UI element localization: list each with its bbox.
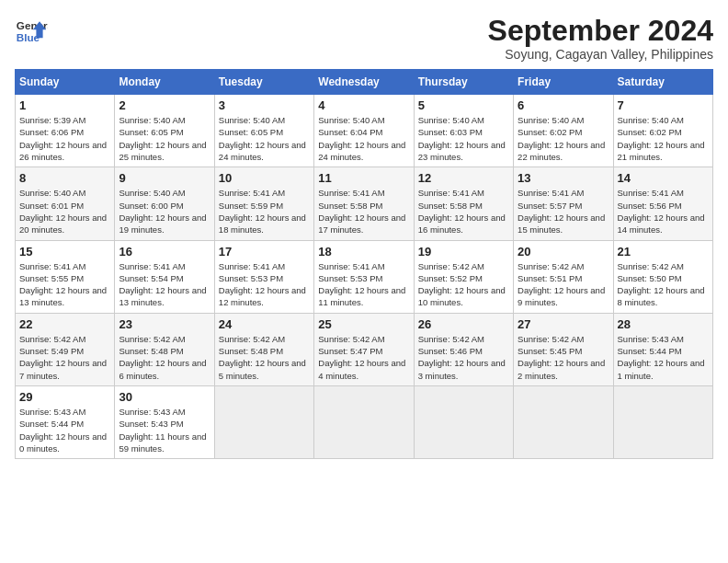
header-tuesday: Tuesday	[214, 70, 313, 95]
day-number: 17	[219, 245, 310, 259]
day-info: Sunrise: 5:41 AMSunset: 5:53 PMDaylight:…	[318, 260, 409, 309]
calendar-table: SundayMondayTuesdayWednesdayThursdayFrid…	[15, 69, 713, 459]
calendar-cell: 18 Sunrise: 5:41 AMSunset: 5:53 PMDaylig…	[314, 240, 414, 313]
logo-icon: General Blue	[15, 15, 48, 48]
day-info: Sunrise: 5:41 AMSunset: 5:54 PMDaylight:…	[119, 260, 210, 309]
day-info: Sunrise: 5:40 AMSunset: 6:03 PMDaylight:…	[418, 114, 509, 163]
calendar-cell: 26 Sunrise: 5:42 AMSunset: 5:46 PMDaylig…	[414, 313, 513, 385]
calendar-cell: 12 Sunrise: 5:41 AMSunset: 5:58 PMDaylig…	[414, 167, 513, 240]
day-info: Sunrise: 5:41 AMSunset: 5:57 PMDaylight:…	[518, 187, 609, 236]
calendar-cell: 7 Sunrise: 5:40 AMSunset: 6:02 PMDayligh…	[613, 95, 712, 167]
day-number: 11	[318, 171, 409, 185]
day-info: Sunrise: 5:40 AMSunset: 6:00 PMDaylight:…	[119, 187, 210, 236]
header-sunday: Sunday	[16, 70, 115, 95]
day-number: 25	[318, 317, 409, 331]
calendar-cell: 6 Sunrise: 5:40 AMSunset: 6:02 PMDayligh…	[514, 95, 613, 167]
svg-text:General: General	[17, 19, 48, 31]
calendar-cell	[613, 385, 712, 458]
day-info: Sunrise: 5:41 AMSunset: 5:59 PMDaylight:…	[219, 187, 310, 236]
calendar-cell: 21 Sunrise: 5:42 AMSunset: 5:50 PMDaylig…	[613, 240, 712, 313]
calendar-cell: 10 Sunrise: 5:41 AMSunset: 5:59 PMDaylig…	[214, 167, 313, 240]
page-header: General Blue September 2024 Soyung, Caga…	[15, 15, 713, 62]
calendar-cell: 24 Sunrise: 5:42 AMSunset: 5:48 PMDaylig…	[214, 313, 313, 385]
calendar-cell	[514, 385, 613, 458]
day-number: 8	[19, 171, 110, 185]
day-number: 12	[418, 171, 509, 185]
calendar-cell: 9 Sunrise: 5:40 AMSunset: 6:00 PMDayligh…	[115, 167, 214, 240]
calendar-week-3: 15 Sunrise: 5:41 AMSunset: 5:55 PMDaylig…	[16, 240, 713, 313]
day-info: Sunrise: 5:40 AMSunset: 6:05 PMDaylight:…	[219, 114, 310, 163]
day-number: 28	[618, 317, 709, 331]
calendar-header-row: SundayMondayTuesdayWednesdayThursdayFrid…	[16, 70, 713, 95]
day-number: 5	[418, 98, 509, 112]
calendar-cell: 22 Sunrise: 5:42 AMSunset: 5:49 PMDaylig…	[16, 313, 115, 385]
day-info: Sunrise: 5:42 AMSunset: 5:50 PMDaylight:…	[618, 260, 709, 309]
calendar-cell: 29 Sunrise: 5:43 AMSunset: 5:44 PMDaylig…	[16, 385, 115, 458]
calendar-cell: 2 Sunrise: 5:40 AMSunset: 6:05 PMDayligh…	[115, 95, 214, 167]
day-info: Sunrise: 5:40 AMSunset: 6:02 PMDaylight:…	[618, 114, 709, 163]
day-info: Sunrise: 5:42 AMSunset: 5:48 PMDaylight:…	[219, 333, 310, 382]
day-info: Sunrise: 5:42 AMSunset: 5:47 PMDaylight:…	[318, 333, 409, 382]
day-info: Sunrise: 5:40 AMSunset: 6:02 PMDaylight:…	[518, 114, 609, 163]
calendar-cell: 17 Sunrise: 5:41 AMSunset: 5:53 PMDaylig…	[214, 240, 313, 313]
day-number: 15	[19, 245, 110, 259]
day-number: 7	[618, 98, 709, 112]
day-number: 22	[19, 317, 110, 331]
header-friday: Friday	[514, 70, 613, 95]
day-number: 24	[219, 317, 310, 331]
calendar-week-2: 8 Sunrise: 5:40 AMSunset: 6:01 PMDayligh…	[16, 167, 713, 240]
calendar-cell: 11 Sunrise: 5:41 AMSunset: 5:58 PMDaylig…	[314, 167, 414, 240]
calendar-cell	[314, 385, 414, 458]
day-info: Sunrise: 5:42 AMSunset: 5:52 PMDaylight:…	[418, 260, 509, 309]
day-number: 10	[219, 171, 310, 185]
calendar-cell: 30 Sunrise: 5:43 AMSunset: 5:43 PMDaylig…	[115, 385, 214, 458]
calendar-week-4: 22 Sunrise: 5:42 AMSunset: 5:49 PMDaylig…	[16, 313, 713, 385]
logo: General Blue	[15, 15, 48, 48]
header-saturday: Saturday	[613, 70, 712, 95]
day-number: 6	[518, 98, 609, 112]
calendar-cell: 5 Sunrise: 5:40 AMSunset: 6:03 PMDayligh…	[414, 95, 513, 167]
day-info: Sunrise: 5:41 AMSunset: 5:55 PMDaylight:…	[19, 260, 110, 309]
day-number: 30	[119, 390, 210, 404]
day-number: 1	[19, 98, 110, 112]
day-info: Sunrise: 5:41 AMSunset: 5:53 PMDaylight:…	[219, 260, 310, 309]
day-number: 4	[318, 98, 409, 112]
calendar-cell: 28 Sunrise: 5:43 AMSunset: 5:44 PMDaylig…	[613, 313, 712, 385]
calendar-cell: 8 Sunrise: 5:40 AMSunset: 6:01 PMDayligh…	[16, 167, 115, 240]
calendar-cell: 3 Sunrise: 5:40 AMSunset: 6:05 PMDayligh…	[214, 95, 313, 167]
header-monday: Monday	[115, 70, 214, 95]
day-info: Sunrise: 5:42 AMSunset: 5:45 PMDaylight:…	[518, 333, 609, 382]
calendar-cell: 20 Sunrise: 5:42 AMSunset: 5:51 PMDaylig…	[514, 240, 613, 313]
day-number: 2	[119, 98, 210, 112]
day-number: 9	[119, 171, 210, 185]
header-thursday: Thursday	[414, 70, 513, 95]
calendar-cell: 19 Sunrise: 5:42 AMSunset: 5:52 PMDaylig…	[414, 240, 513, 313]
day-number: 18	[318, 245, 409, 259]
month-title: September 2024	[488, 15, 713, 47]
day-info: Sunrise: 5:41 AMSunset: 5:58 PMDaylight:…	[318, 187, 409, 236]
day-info: Sunrise: 5:42 AMSunset: 5:49 PMDaylight:…	[19, 333, 110, 382]
day-info: Sunrise: 5:43 AMSunset: 5:44 PMDaylight:…	[19, 406, 110, 454]
calendar-cell: 16 Sunrise: 5:41 AMSunset: 5:54 PMDaylig…	[115, 240, 214, 313]
day-info: Sunrise: 5:40 AMSunset: 6:01 PMDaylight:…	[19, 187, 110, 236]
day-info: Sunrise: 5:41 AMSunset: 5:58 PMDaylight:…	[418, 187, 509, 236]
day-info: Sunrise: 5:43 AMSunset: 5:44 PMDaylight:…	[618, 333, 709, 382]
day-number: 20	[518, 245, 609, 259]
day-number: 19	[418, 245, 509, 259]
calendar-cell: 4 Sunrise: 5:40 AMSunset: 6:04 PMDayligh…	[314, 95, 414, 167]
day-info: Sunrise: 5:42 AMSunset: 5:51 PMDaylight:…	[518, 260, 609, 309]
day-number: 29	[19, 390, 110, 404]
calendar-week-5: 29 Sunrise: 5:43 AMSunset: 5:44 PMDaylig…	[16, 385, 713, 458]
day-info: Sunrise: 5:40 AMSunset: 6:05 PMDaylight:…	[119, 114, 210, 163]
calendar-cell: 1 Sunrise: 5:39 AMSunset: 6:06 PMDayligh…	[16, 95, 115, 167]
title-block: September 2024 Soyung, Cagayan Valley, P…	[488, 15, 713, 62]
day-info: Sunrise: 5:42 AMSunset: 5:48 PMDaylight:…	[119, 333, 210, 382]
day-info: Sunrise: 5:40 AMSunset: 6:04 PMDaylight:…	[318, 114, 409, 163]
day-info: Sunrise: 5:43 AMSunset: 5:43 PMDaylight:…	[119, 406, 210, 454]
calendar-cell	[414, 385, 513, 458]
day-number: 21	[618, 245, 709, 259]
day-number: 16	[119, 245, 210, 259]
calendar-cell: 15 Sunrise: 5:41 AMSunset: 5:55 PMDaylig…	[16, 240, 115, 313]
day-info: Sunrise: 5:42 AMSunset: 5:46 PMDaylight:…	[418, 333, 509, 382]
day-number: 27	[518, 317, 609, 331]
